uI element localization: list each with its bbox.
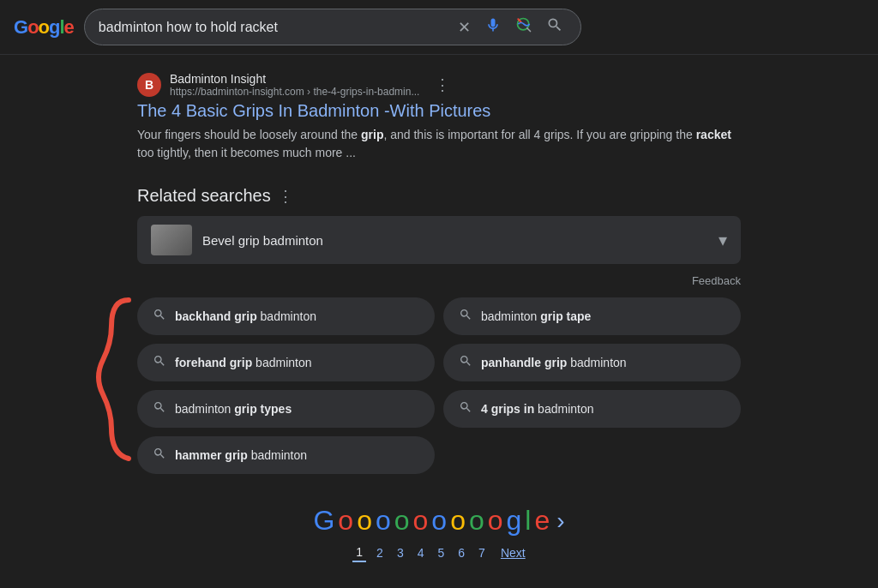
page-7[interactable]: 7 bbox=[475, 544, 489, 561]
result-source: B Badminton Insight https://badminton-in… bbox=[137, 72, 741, 98]
main-content: B Badminton Insight https://badminton-in… bbox=[0, 55, 878, 588]
chevron-down-icon: ▾ bbox=[719, 230, 727, 250]
chip-grip-types-text: badminton grip types bbox=[175, 402, 292, 416]
page-5[interactable]: 5 bbox=[435, 544, 448, 561]
related-searches-title: Related searches bbox=[137, 186, 271, 206]
result-title-link[interactable]: The 4 Basic Grips In Badminton -With Pic… bbox=[137, 101, 741, 121]
chip-grip-types[interactable]: badminton grip types bbox=[137, 390, 435, 428]
chip-backhand-text: backhand grip badminton bbox=[175, 309, 316, 323]
chip-panhandle-text: panhandle grip badminton bbox=[481, 356, 627, 369]
bevel-grip-card[interactable]: Bevel grip badminton ▾ bbox=[137, 216, 741, 264]
next-page-link[interactable]: Next bbox=[501, 546, 526, 560]
chip-forehand[interactable]: forehand grip badminton bbox=[137, 344, 435, 381]
result-snippet: Your fingers should be loosely around th… bbox=[137, 126, 741, 162]
chip-4grips[interactable]: 4 grips in badminton bbox=[443, 390, 741, 428]
related-chips-grid: backhand grip badminton badminton grip t… bbox=[137, 297, 741, 474]
feedback-row: Feedback bbox=[137, 271, 741, 297]
chip-forehand-text: forehand grip badminton bbox=[175, 356, 312, 369]
search-icon bbox=[459, 354, 472, 371]
pagination: Gooooooooogle › 1 2 3 4 5 6 7 Next bbox=[137, 488, 741, 576]
page-4[interactable]: 4 bbox=[414, 544, 428, 561]
page-3[interactable]: 3 bbox=[394, 544, 407, 561]
mic-icon[interactable] bbox=[481, 16, 505, 38]
result-menu-dots[interactable]: ⋮ bbox=[435, 75, 450, 94]
chip-panhandle[interactable]: panhandle grip badminton bbox=[443, 344, 741, 381]
search-icon bbox=[459, 308, 472, 325]
search-icon bbox=[153, 354, 166, 371]
chip-4grips-text: 4 grips in badminton bbox=[481, 402, 594, 416]
pagination-logo: Gooooooooogle › bbox=[137, 505, 741, 537]
chip-grip-tape[interactable]: badminton grip tape bbox=[443, 297, 741, 335]
page-6[interactable]: 6 bbox=[454, 544, 468, 561]
clear-button[interactable]: ✕ bbox=[454, 18, 474, 37]
search-icon bbox=[459, 400, 472, 417]
result-site-name: Badminton Insight bbox=[170, 72, 419, 86]
header: Google ✕ bbox=[0, 0, 878, 55]
bevel-grip-thumbnail bbox=[151, 225, 192, 255]
result-site-info: Badminton Insight https://badminton-insi… bbox=[170, 72, 419, 98]
search-icon bbox=[153, 308, 166, 325]
chip-hammer-text: hammer grip badminton bbox=[175, 448, 307, 462]
chip-hammer[interactable]: hammer grip badminton bbox=[137, 436, 435, 474]
chip-backhand[interactable]: backhand grip badminton bbox=[137, 297, 435, 335]
search-input[interactable] bbox=[99, 20, 448, 35]
related-searches-header: Related searches ⋮ bbox=[137, 172, 741, 216]
search-submit-button[interactable] bbox=[543, 16, 567, 38]
bevel-grip-label: Bevel grip badminton bbox=[202, 233, 719, 248]
pagination-next-chevron[interactable]: › bbox=[556, 507, 564, 535]
search-icon bbox=[153, 400, 166, 417]
result-url: https://badminton-insight.com › the-4-gr… bbox=[170, 86, 419, 98]
search-icon bbox=[153, 447, 166, 464]
result-favicon: B bbox=[137, 73, 161, 97]
google-logo: Google bbox=[14, 16, 74, 39]
search-bar: ✕ bbox=[84, 9, 581, 45]
page-1[interactable]: 1 bbox=[352, 543, 366, 562]
feedback-link[interactable]: Feedback bbox=[692, 274, 741, 287]
chip-grip-tape-text: badminton grip tape bbox=[481, 309, 591, 323]
lens-icon[interactable] bbox=[512, 16, 536, 38]
page-2[interactable]: 2 bbox=[373, 544, 387, 561]
page-numbers: 1 2 3 4 5 6 7 Next bbox=[137, 543, 741, 562]
search-result: B Badminton Insight https://badminton-in… bbox=[137, 55, 741, 172]
related-searches-menu[interactable]: ⋮ bbox=[278, 187, 293, 206]
